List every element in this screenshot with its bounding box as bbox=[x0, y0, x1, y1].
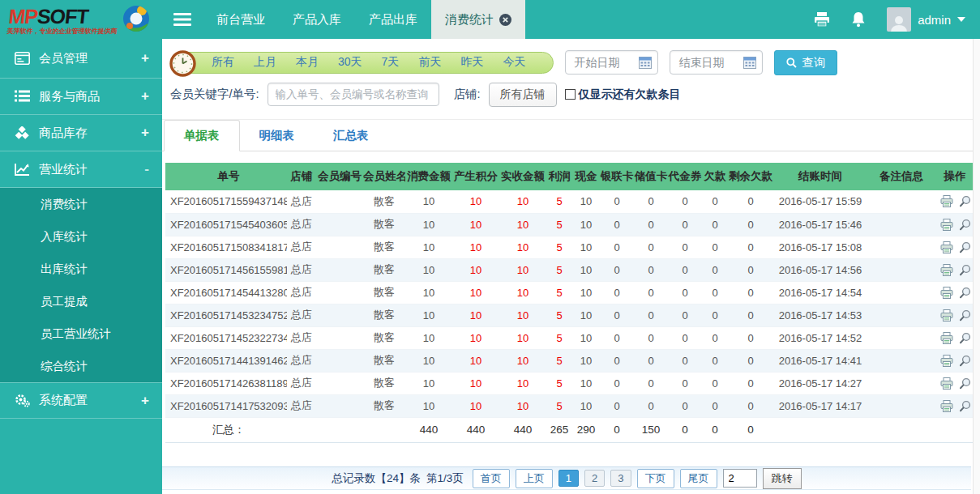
table-row: XF201605171508341817总店散客1010105100000020… bbox=[165, 236, 974, 258]
user-name: admin bbox=[918, 13, 951, 27]
sidebar-subitem-outbound-stats[interactable]: 出库统计 bbox=[0, 253, 162, 285]
print-receipt-icon[interactable] bbox=[940, 377, 953, 390]
print-icon[interactable] bbox=[814, 12, 830, 27]
user-menu[interactable]: admin bbox=[887, 7, 965, 32]
search-button[interactable]: 查询 bbox=[774, 50, 837, 75]
sidebar-item-system-config[interactable]: 系统配置 + bbox=[0, 382, 162, 419]
view-detail-icon[interactable] bbox=[959, 355, 971, 367]
print-receipt-icon[interactable] bbox=[940, 264, 953, 276]
checkbox-icon[interactable] bbox=[565, 89, 576, 100]
table-row: XF201605171441391462总店散客1010105100000020… bbox=[165, 349, 974, 372]
calendar-icon[interactable] bbox=[743, 57, 756, 72]
services-list-icon bbox=[15, 90, 30, 104]
nav-item-consumption-stats[interactable]: 消费统计 bbox=[431, 0, 525, 39]
view-detail-icon[interactable] bbox=[959, 264, 971, 276]
view-detail-icon[interactable] bbox=[959, 309, 971, 322]
shop-select-button[interactable]: 所有店铺 bbox=[489, 83, 557, 107]
jump-button[interactable]: 跳转 bbox=[763, 468, 802, 489]
scrollbar-track[interactable] bbox=[973, 39, 980, 494]
sidebar-item-services-goods[interactable]: 服务与商品 + bbox=[0, 79, 162, 115]
quick-range-所有[interactable]: 所有 bbox=[212, 55, 234, 70]
expand-plus-icon[interactable]: + bbox=[141, 393, 149, 409]
table-row: XF201605171456155981总店散客1010105100000020… bbox=[165, 258, 974, 281]
tab-order-table[interactable]: 单据表 bbox=[164, 120, 240, 151]
column-header: 剩余欠款 bbox=[728, 163, 773, 190]
print-receipt-icon[interactable] bbox=[940, 332, 953, 344]
print-receipt-icon[interactable] bbox=[940, 400, 953, 412]
view-detail-icon[interactable] bbox=[959, 287, 971, 299]
column-header: 单号 bbox=[165, 163, 287, 190]
quick-range-今天[interactable]: 今天 bbox=[503, 55, 525, 70]
expand-plus-icon[interactable]: + bbox=[141, 50, 149, 66]
calendar-icon[interactable] bbox=[639, 57, 652, 72]
sidebar-item-member-management[interactable]: 会员管理 + bbox=[0, 39, 162, 79]
view-detail-icon[interactable] bbox=[959, 241, 971, 253]
sidebar-subitem-consumption-stats[interactable]: 消费统计 bbox=[0, 188, 162, 220]
print-receipt-icon[interactable] bbox=[940, 309, 953, 322]
notification-bell-icon[interactable] bbox=[851, 11, 866, 28]
expand-plus-icon[interactable]: + bbox=[141, 88, 149, 104]
top-header: MPSOFT 美萍软件，专业的企业管理软件提供商 前台营业 产品入库 产品出库 … bbox=[0, 0, 980, 39]
page-number-3[interactable]: 3 bbox=[610, 470, 631, 487]
print-receipt-icon[interactable] bbox=[940, 241, 953, 253]
debt-only-checkbox[interactable]: 仅显示还有欠款条目 bbox=[565, 87, 681, 102]
nav-item-front-desk[interactable]: 前台营业 bbox=[203, 0, 279, 39]
start-date-input[interactable] bbox=[566, 56, 632, 69]
view-detail-icon[interactable] bbox=[959, 219, 971, 231]
sidebar-subitem-inbound-stats[interactable]: 入库统计 bbox=[0, 220, 162, 253]
clock-icon bbox=[169, 50, 196, 80]
column-header: 消费金额 bbox=[405, 163, 452, 190]
brand-logo: MPSOFT 美萍软件，专业的企业管理软件提供商 bbox=[0, 0, 162, 39]
sidebar-subitem-staff-business-stats[interactable]: 员工营业统计 bbox=[0, 317, 162, 350]
tab-summary-table[interactable]: 汇总表 bbox=[314, 121, 388, 151]
view-detail-icon[interactable] bbox=[959, 332, 971, 344]
total-records-label: 总记录数【24】条 bbox=[332, 471, 421, 486]
sidebar-item-business-stats[interactable]: 营业统计 - bbox=[0, 151, 162, 188]
nav-item-product-out[interactable]: 产品出库 bbox=[355, 0, 431, 39]
nav-item-product-in[interactable]: 产品入库 bbox=[279, 0, 355, 39]
start-date-field bbox=[565, 50, 658, 75]
menu-toggle-icon[interactable] bbox=[162, 0, 203, 39]
page-number-1[interactable]: 1 bbox=[558, 470, 579, 487]
quick-range-昨天[interactable]: 昨天 bbox=[460, 55, 483, 70]
collapse-minus-icon[interactable]: - bbox=[144, 161, 149, 177]
business-stats-icon bbox=[15, 163, 30, 177]
page-number-2[interactable]: 2 bbox=[584, 470, 605, 487]
print-receipt-icon[interactable] bbox=[940, 287, 953, 299]
quick-range-list: 所有上月本月30天7天前天昨天今天 bbox=[170, 52, 554, 74]
keyword-input[interactable] bbox=[267, 83, 439, 106]
page-indicator-label: 第1/3页 bbox=[426, 471, 464, 486]
first-page-button[interactable]: 首页 bbox=[473, 469, 510, 488]
table-row: XF201605171545403605总店散客1010105100000020… bbox=[165, 213, 974, 236]
close-tab-icon[interactable] bbox=[499, 14, 511, 26]
jump-page-input[interactable] bbox=[723, 469, 757, 488]
brand-name: MPSOFT bbox=[7, 6, 120, 27]
view-detail-icon[interactable] bbox=[959, 400, 971, 412]
quick-range-上月[interactable]: 上月 bbox=[254, 55, 276, 70]
print-receipt-icon[interactable] bbox=[940, 219, 953, 231]
expand-plus-icon[interactable]: + bbox=[141, 125, 149, 141]
tab-detail-table[interactable]: 明细表 bbox=[240, 121, 315, 151]
quick-range-7天[interactable]: 7天 bbox=[382, 55, 400, 70]
sidebar-item-inventory[interactable]: 商品库存 + bbox=[0, 115, 162, 151]
column-header: 现金 bbox=[572, 163, 600, 190]
sidebar-subitem-staff-commission[interactable]: 员工提成 bbox=[0, 285, 162, 317]
end-date-input[interactable] bbox=[670, 56, 737, 69]
top-nav: 前台营业 产品入库 产品出库 消费统计 bbox=[203, 0, 525, 39]
next-page-button[interactable]: 下页 bbox=[637, 469, 674, 488]
print-receipt-icon[interactable] bbox=[940, 195, 953, 207]
last-page-button[interactable]: 尾页 bbox=[680, 469, 717, 488]
view-detail-icon[interactable] bbox=[959, 195, 971, 207]
table-row: XF201605171453234752总店散客1010105100000020… bbox=[165, 304, 974, 326]
table-body: XF201605171559437148总店散客1010105100000020… bbox=[165, 190, 974, 417]
report-tabs: 单据表 明细表 汇总表 bbox=[162, 120, 980, 151]
quick-range-前天[interactable]: 前天 bbox=[418, 55, 441, 70]
quick-range-30天[interactable]: 30天 bbox=[338, 55, 362, 70]
search-icon bbox=[786, 57, 797, 68]
prev-page-button[interactable]: 上页 bbox=[516, 469, 553, 488]
print-receipt-icon[interactable] bbox=[940, 355, 953, 367]
chevron-down-icon bbox=[957, 17, 965, 22]
quick-range-本月[interactable]: 本月 bbox=[296, 55, 319, 70]
view-detail-icon[interactable] bbox=[959, 377, 971, 390]
sidebar-subitem-comprehensive-stats[interactable]: 综合统计 bbox=[0, 350, 162, 382]
